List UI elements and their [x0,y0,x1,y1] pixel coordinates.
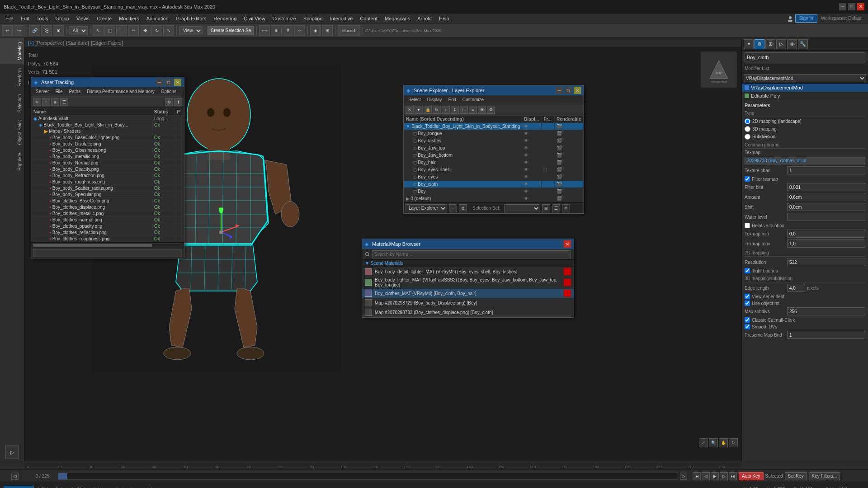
scale-button[interactable]: ⤡ [163,25,174,36]
grid-button[interactable]: # [283,25,293,36]
select-button[interactable]: ↖ [93,25,104,36]
sidebar-tab-freeform[interactable]: Freeform [0,64,24,90]
modifier-item-editable-poly[interactable]: Editable Poly [742,92,868,100]
at-scrollbar[interactable] [33,244,182,247]
se-btn-close-filter[interactable]: ✕ [406,106,414,114]
texmap-button[interactable]: 70298733 (Boy_clothes_displ [745,157,865,164]
utilities-tab[interactable]: 🔧 [798,39,808,49]
motion-tab[interactable]: ▷ [776,39,786,49]
at-row-img-6[interactable]: ▪ Boy_body_Opacity.png Ok [32,166,184,173]
se-add-button[interactable]: + [449,204,457,212]
mb-scene-materials-toggle[interactable]: ▼ Scene Materials [362,260,574,267]
modifier-item-vray-displacement[interactable]: VRayDisplacementMod [742,84,868,92]
at-row-img-9[interactable]: ▪ Boy_body_Scatter_radius.png Ok [32,185,184,192]
asset-tracking-maximize[interactable]: □ [165,79,172,86]
menu-arnold[interactable]: Arnold [414,15,435,22]
align-button[interactable]: ≡ [271,25,282,36]
at-row-img-1[interactable]: ▪ Boy_body_BaseColor_lighter.png Ok [32,135,184,141]
prev-frame-button[interactable]: ◁ [702,472,710,480]
menu-help[interactable]: Help [435,15,453,22]
menu-animation[interactable]: Animation [143,15,172,22]
vp-edged-faces[interactable]: [Edged Faces] [91,40,123,46]
at-row-img-5[interactable]: ▪ Boy_body_Normal.png Ok [32,160,184,166]
view-select[interactable]: View [179,26,203,35]
se-list-view-button[interactable]: ☰ [552,204,560,212]
se-menu-customize[interactable]: Customize [460,97,486,103]
mb-item-1[interactable]: Boy_body_detail_lighter_MAT (VRayMtl) [B… [362,267,574,277]
timeline-arrow-right[interactable]: ▷ [680,473,687,480]
se-menu-select[interactable]: Select [406,97,424,103]
type-2d-option[interactable]: 2D mapping (landscape) [745,118,865,124]
select-region-button[interactable]: ⬚ [104,25,115,36]
sidebar-tab-populate[interactable]: Populate [0,149,24,174]
menu-scripting[interactable]: Scripting [300,15,326,22]
tight-bounds-check[interactable] [745,268,750,273]
at-btn-add[interactable]: + [42,98,50,106]
menu-file[interactable]: File [2,15,17,22]
zoom-extents-button[interactable]: ⤢ [699,438,708,447]
texmap-min-input[interactable] [787,230,865,238]
se-grid-view-button[interactable]: ⊞ [542,204,550,212]
at-btn-settings[interactable]: ⚙ [165,98,173,106]
object-name-input[interactable] [745,52,865,62]
pan-button[interactable]: ✋ [719,438,728,447]
minimize-button[interactable]: ─ [839,3,846,10]
redo-button[interactable]: ↪ [14,25,24,36]
orbit-button[interactable]: ↻ [729,438,738,447]
timeline-track[interactable] [58,473,678,480]
at-row-maps-folder[interactable]: ▶ Maps / Shaders [32,128,184,135]
preserve-map-input[interactable] [787,331,865,339]
at-row-img-15[interactable]: ▪ Boy_clothes_opacity.png Ok [32,223,184,230]
max-subdivs-input[interactable] [787,307,865,315]
use-object-mtl-check[interactable] [745,300,750,306]
sidebar-tab-selection[interactable]: Selection [0,90,24,116]
at-row-img-3[interactable]: ▪ Boy_body_Glossiness.png Ok [32,147,184,154]
se-row-hair[interactable]: ◻ Boy_hair 👁 🎬 [404,159,584,166]
menu-megascans[interactable]: Megascans [381,15,414,22]
vp-plus[interactable]: [+] [28,40,34,46]
catmull-clark-check[interactable] [745,317,750,323]
close-button[interactable]: ✕ [857,3,864,10]
at-col-name[interactable]: Name [32,108,152,116]
se-row-jaw-bottom[interactable]: ◻ Boy_Jaw_bottom 👁 🎬 [404,152,584,159]
mb-item-2[interactable]: Boy_body_lighter_MAT (VRayFastSSS2) [Boy… [362,277,574,289]
se-btn-find[interactable]: ↕ [442,106,450,114]
se-row-eyes-shell[interactable]: ◻ Boy_eyes_shell 👁 □ 🎬 [404,166,584,174]
goto-end-button[interactable]: ⏭ [729,472,737,480]
filter-texmap-check[interactable] [745,176,750,182]
smooth-uvs-check[interactable] [745,324,750,329]
at-menu-paths[interactable]: Paths [66,89,84,94]
se-row-lashes[interactable]: ◻ Boy_lashes 👁 🎬 [404,137,584,145]
at-row-img-8[interactable]: ▪ Boy_body_roughness.png Ok [32,179,184,185]
macro1-button[interactable]: Macro1 [338,25,360,36]
se-col-fr[interactable]: Fr... [542,116,555,123]
water-level-input[interactable] [787,213,865,221]
sidebar-tab-modeling[interactable]: Modeling [0,38,24,64]
navigation-cube[interactable]: TOP Perspective [701,52,737,88]
type-subdiv-option[interactable]: Subdivision [745,134,865,140]
modifier-select[interactable]: VRayDisplacementMod [744,74,866,82]
amount-input[interactable] [787,193,865,201]
se-row-default[interactable]: ▶ 0 (default) 👁 🎬 [404,195,584,202]
mb-item-5[interactable]: Map #2070298733 (Boy_clothes_displace.pn… [362,308,574,317]
set-key-button[interactable]: Set Key [785,472,807,480]
at-row-img-17[interactable]: ▪ Boy_clothes_roughness.png Ok [32,236,184,242]
se-settings-button[interactable]: ⚙ [459,204,467,212]
at-menu-options[interactable]: Options [158,89,179,94]
filter-select[interactable]: All [69,26,88,35]
se-minimize[interactable]: ─ [556,87,563,94]
hierarchy-tab[interactable]: ⊞ [765,39,775,49]
texmap-max-input[interactable] [787,239,865,248]
at-row-img-12[interactable]: ▪ Boy_clothes_displace.png Ok [32,204,184,211]
quixel-bridge-button[interactable]: Quixel Bridge [4,486,33,488]
at-row-img-16[interactable]: ▪ Boy_clothes_reflection.png Ok [32,230,184,236]
se-btn-lock[interactable]: 🔒 [424,106,432,114]
edge-length-input[interactable] [787,284,805,292]
menu-graph-editors[interactable]: Graph Editors [172,15,210,22]
asset-tracking-close[interactable]: ✕ [174,79,181,86]
at-row-img-4[interactable]: ▪ Boy_body_metallic.png Ok [32,154,184,160]
se-col-displ[interactable]: Displ... [522,116,542,123]
paint-select-button[interactable]: ✏ [128,25,139,36]
key-filters-button[interactable]: Key Filters... [809,472,840,480]
menu-interactive[interactable]: Interactive [326,15,357,22]
